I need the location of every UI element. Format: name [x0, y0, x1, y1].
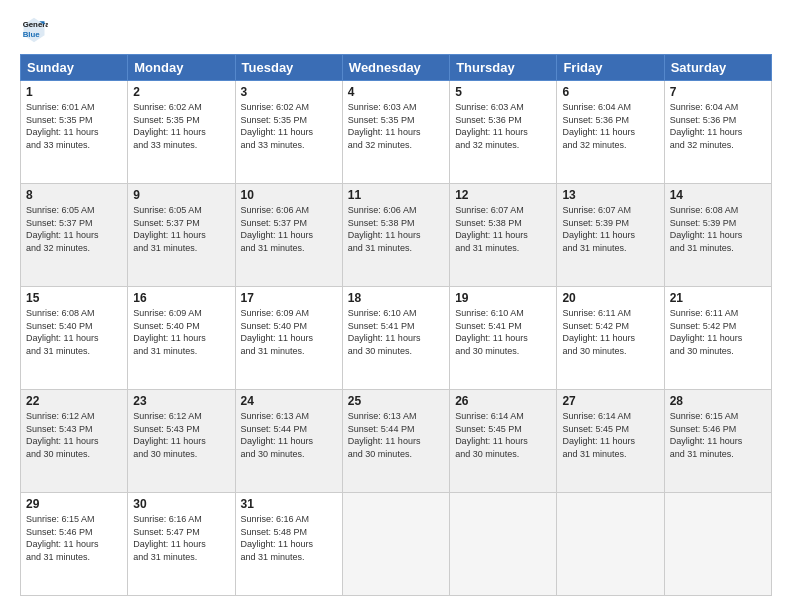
- day-cell: 18Sunrise: 6:10 AM Sunset: 5:41 PM Dayli…: [342, 287, 449, 390]
- day-number: 23: [133, 394, 229, 408]
- day-number: 11: [348, 188, 444, 202]
- day-number: 31: [241, 497, 337, 511]
- day-info: Sunrise: 6:14 AM Sunset: 5:45 PM Dayligh…: [562, 410, 658, 460]
- day-info: Sunrise: 6:06 AM Sunset: 5:38 PM Dayligh…: [348, 204, 444, 254]
- day-info: Sunrise: 6:08 AM Sunset: 5:39 PM Dayligh…: [670, 204, 766, 254]
- day-cell: 16Sunrise: 6:09 AM Sunset: 5:40 PM Dayli…: [128, 287, 235, 390]
- day-info: Sunrise: 6:13 AM Sunset: 5:44 PM Dayligh…: [241, 410, 337, 460]
- day-number: 17: [241, 291, 337, 305]
- day-number: 22: [26, 394, 122, 408]
- header: General Blue: [20, 16, 772, 44]
- day-info: Sunrise: 6:16 AM Sunset: 5:48 PM Dayligh…: [241, 513, 337, 563]
- col-header-wednesday: Wednesday: [342, 55, 449, 81]
- calendar-header-row: SundayMondayTuesdayWednesdayThursdayFrid…: [21, 55, 772, 81]
- day-cell: 11Sunrise: 6:06 AM Sunset: 5:38 PM Dayli…: [342, 184, 449, 287]
- day-cell: 3Sunrise: 6:02 AM Sunset: 5:35 PM Daylig…: [235, 81, 342, 184]
- day-number: 13: [562, 188, 658, 202]
- day-number: 21: [670, 291, 766, 305]
- day-info: Sunrise: 6:15 AM Sunset: 5:46 PM Dayligh…: [670, 410, 766, 460]
- day-info: Sunrise: 6:11 AM Sunset: 5:42 PM Dayligh…: [562, 307, 658, 357]
- day-cell: 21Sunrise: 6:11 AM Sunset: 5:42 PM Dayli…: [664, 287, 771, 390]
- day-info: Sunrise: 6:12 AM Sunset: 5:43 PM Dayligh…: [26, 410, 122, 460]
- day-number: 1: [26, 85, 122, 99]
- day-cell: 29Sunrise: 6:15 AM Sunset: 5:46 PM Dayli…: [21, 493, 128, 596]
- day-number: 5: [455, 85, 551, 99]
- day-cell: [450, 493, 557, 596]
- day-cell: 25Sunrise: 6:13 AM Sunset: 5:44 PM Dayli…: [342, 390, 449, 493]
- day-cell: 8Sunrise: 6:05 AM Sunset: 5:37 PM Daylig…: [21, 184, 128, 287]
- svg-text:Blue: Blue: [23, 30, 41, 39]
- day-number: 26: [455, 394, 551, 408]
- day-number: 2: [133, 85, 229, 99]
- col-header-friday: Friday: [557, 55, 664, 81]
- day-number: 6: [562, 85, 658, 99]
- col-header-thursday: Thursday: [450, 55, 557, 81]
- day-info: Sunrise: 6:11 AM Sunset: 5:42 PM Dayligh…: [670, 307, 766, 357]
- day-cell: 13Sunrise: 6:07 AM Sunset: 5:39 PM Dayli…: [557, 184, 664, 287]
- day-number: 27: [562, 394, 658, 408]
- day-number: 29: [26, 497, 122, 511]
- day-cell: 17Sunrise: 6:09 AM Sunset: 5:40 PM Dayli…: [235, 287, 342, 390]
- day-cell: 2Sunrise: 6:02 AM Sunset: 5:35 PM Daylig…: [128, 81, 235, 184]
- day-cell: 14Sunrise: 6:08 AM Sunset: 5:39 PM Dayli…: [664, 184, 771, 287]
- day-info: Sunrise: 6:03 AM Sunset: 5:35 PM Dayligh…: [348, 101, 444, 151]
- day-cell: 27Sunrise: 6:14 AM Sunset: 5:45 PM Dayli…: [557, 390, 664, 493]
- day-info: Sunrise: 6:08 AM Sunset: 5:40 PM Dayligh…: [26, 307, 122, 357]
- day-number: 28: [670, 394, 766, 408]
- col-header-monday: Monday: [128, 55, 235, 81]
- day-cell: 22Sunrise: 6:12 AM Sunset: 5:43 PM Dayli…: [21, 390, 128, 493]
- week-row-2: 8Sunrise: 6:05 AM Sunset: 5:37 PM Daylig…: [21, 184, 772, 287]
- day-cell: 10Sunrise: 6:06 AM Sunset: 5:37 PM Dayli…: [235, 184, 342, 287]
- week-row-4: 22Sunrise: 6:12 AM Sunset: 5:43 PM Dayli…: [21, 390, 772, 493]
- day-info: Sunrise: 6:05 AM Sunset: 5:37 PM Dayligh…: [133, 204, 229, 254]
- day-info: Sunrise: 6:10 AM Sunset: 5:41 PM Dayligh…: [348, 307, 444, 357]
- day-number: 10: [241, 188, 337, 202]
- day-cell: 19Sunrise: 6:10 AM Sunset: 5:41 PM Dayli…: [450, 287, 557, 390]
- day-cell: 4Sunrise: 6:03 AM Sunset: 5:35 PM Daylig…: [342, 81, 449, 184]
- day-info: Sunrise: 6:07 AM Sunset: 5:38 PM Dayligh…: [455, 204, 551, 254]
- day-number: 30: [133, 497, 229, 511]
- logo-icon: General Blue: [20, 16, 48, 44]
- day-info: Sunrise: 6:04 AM Sunset: 5:36 PM Dayligh…: [562, 101, 658, 151]
- day-info: Sunrise: 6:12 AM Sunset: 5:43 PM Dayligh…: [133, 410, 229, 460]
- day-info: Sunrise: 6:01 AM Sunset: 5:35 PM Dayligh…: [26, 101, 122, 151]
- day-number: 19: [455, 291, 551, 305]
- day-cell: 6Sunrise: 6:04 AM Sunset: 5:36 PM Daylig…: [557, 81, 664, 184]
- day-info: Sunrise: 6:09 AM Sunset: 5:40 PM Dayligh…: [241, 307, 337, 357]
- day-cell: 9Sunrise: 6:05 AM Sunset: 5:37 PM Daylig…: [128, 184, 235, 287]
- day-info: Sunrise: 6:02 AM Sunset: 5:35 PM Dayligh…: [241, 101, 337, 151]
- day-number: 9: [133, 188, 229, 202]
- day-number: 18: [348, 291, 444, 305]
- col-header-sunday: Sunday: [21, 55, 128, 81]
- day-number: 16: [133, 291, 229, 305]
- day-number: 8: [26, 188, 122, 202]
- col-header-tuesday: Tuesday: [235, 55, 342, 81]
- day-number: 20: [562, 291, 658, 305]
- day-cell: 31Sunrise: 6:16 AM Sunset: 5:48 PM Dayli…: [235, 493, 342, 596]
- day-number: 24: [241, 394, 337, 408]
- logo: General Blue: [20, 16, 52, 44]
- day-number: 7: [670, 85, 766, 99]
- day-info: Sunrise: 6:16 AM Sunset: 5:47 PM Dayligh…: [133, 513, 229, 563]
- day-info: Sunrise: 6:03 AM Sunset: 5:36 PM Dayligh…: [455, 101, 551, 151]
- week-row-5: 29Sunrise: 6:15 AM Sunset: 5:46 PM Dayli…: [21, 493, 772, 596]
- col-header-saturday: Saturday: [664, 55, 771, 81]
- day-number: 14: [670, 188, 766, 202]
- day-cell: 28Sunrise: 6:15 AM Sunset: 5:46 PM Dayli…: [664, 390, 771, 493]
- calendar-table: SundayMondayTuesdayWednesdayThursdayFrid…: [20, 54, 772, 596]
- day-info: Sunrise: 6:02 AM Sunset: 5:35 PM Dayligh…: [133, 101, 229, 151]
- day-cell: 15Sunrise: 6:08 AM Sunset: 5:40 PM Dayli…: [21, 287, 128, 390]
- day-number: 25: [348, 394, 444, 408]
- day-cell: 7Sunrise: 6:04 AM Sunset: 5:36 PM Daylig…: [664, 81, 771, 184]
- day-cell: 5Sunrise: 6:03 AM Sunset: 5:36 PM Daylig…: [450, 81, 557, 184]
- day-number: 15: [26, 291, 122, 305]
- day-cell: [557, 493, 664, 596]
- day-cell: [664, 493, 771, 596]
- day-number: 12: [455, 188, 551, 202]
- day-info: Sunrise: 6:06 AM Sunset: 5:37 PM Dayligh…: [241, 204, 337, 254]
- day-info: Sunrise: 6:15 AM Sunset: 5:46 PM Dayligh…: [26, 513, 122, 563]
- day-cell: 24Sunrise: 6:13 AM Sunset: 5:44 PM Dayli…: [235, 390, 342, 493]
- day-cell: [342, 493, 449, 596]
- page: General Blue SundayMondayTuesdayWednesda…: [0, 0, 792, 612]
- week-row-1: 1Sunrise: 6:01 AM Sunset: 5:35 PM Daylig…: [21, 81, 772, 184]
